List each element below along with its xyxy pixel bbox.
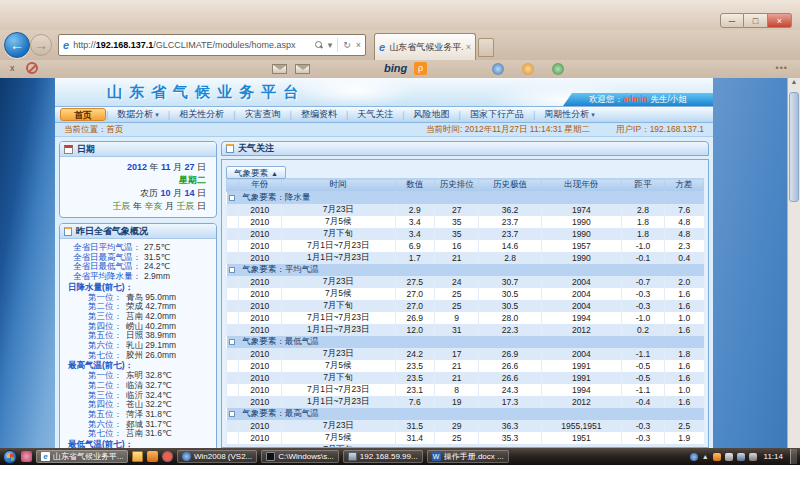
window-close-button[interactable]: × — [768, 13, 792, 28]
bing-search-icon[interactable]: ρ — [414, 62, 427, 75]
table-row[interactable]: 20107月下旬3.43523.719901.84.8 — [227, 228, 704, 240]
toolbar-icon-3[interactable] — [552, 63, 564, 75]
checkbox-icon[interactable] — [229, 195, 235, 201]
window-maximize-button[interactable]: □ — [744, 13, 768, 28]
back-button[interactable]: ← — [4, 32, 30, 58]
checkbox-icon[interactable] — [229, 339, 235, 345]
tray-expand-icon[interactable]: ▲ — [702, 453, 709, 460]
address-bar-icons: ▾ ↻ × — [315, 38, 361, 52]
taskbar-window-0[interactable]: Win2008 (VS2... — [177, 450, 257, 463]
menu-item-0[interactable]: 首页 — [60, 108, 106, 121]
system-tray: ▲ 11:14 — [690, 449, 797, 464]
taskbar-window-3[interactable]: W操作手册.docx ... — [427, 450, 509, 463]
table-row[interactable]: 20107月23日31.52936.31955,1951-0.32.5 — [227, 420, 704, 432]
divider — [337, 38, 338, 52]
stop-icon[interactable]: × — [356, 40, 361, 50]
folder-icon[interactable] — [132, 451, 143, 462]
taskbar-ie-button[interactable]: e 山东省气候业务平... — [36, 450, 128, 463]
toolbar-close-icon[interactable]: x — [10, 63, 15, 73]
taskbar-window-1[interactable]: C:\Windows\s... — [261, 450, 339, 463]
tray-icon-orange[interactable] — [713, 453, 721, 461]
menu-item-8[interactable]: 周期性分析▾ — [535, 108, 604, 121]
page-content: 山东省气候业务平台 欢迎您：admin 先生/小姐 首页|数据分析▾|相关性分析… — [55, 78, 713, 448]
weather-table: 年份时间数值历史排位历史极值出现年份距平方差 气象要素：降水量20107月23日… — [226, 178, 704, 448]
forward-button[interactable]: → — [30, 34, 52, 56]
menu-item-4[interactable]: 整编资料 — [292, 108, 346, 121]
rank-item: 第七位：胶州 26.0mm — [60, 351, 214, 361]
menu-item-2[interactable]: 相关性分析 — [170, 108, 233, 121]
bing-logo[interactable]: bing — [384, 62, 407, 74]
table-row[interactable]: 20107月下旬23.52126.61991-0.51.6 — [227, 372, 704, 384]
tray-icon-network[interactable] — [737, 453, 745, 461]
breadcrumb: 当前位置：首页 — [64, 123, 124, 136]
table-row[interactable]: 20101月1日~7月23日1.7212.81990-0.10.4 — [227, 252, 704, 264]
column-header-5: 出现年份 — [541, 179, 621, 192]
table-row[interactable]: 20107月5候31.42535.31951-0.31.9 — [227, 432, 704, 444]
toolbar-overflow-icon[interactable]: ••• — [776, 63, 788, 73]
quicklaunch-icon-3[interactable] — [162, 451, 173, 462]
taskbar-clock[interactable]: 11:14 — [761, 452, 786, 461]
element-filter-button[interactable]: 气象要素▲ — [226, 166, 286, 179]
menu-item-3[interactable]: 灾害查询 — [236, 108, 290, 121]
tray-icon-volume[interactable] — [749, 453, 757, 461]
quicklaunch-icon-2[interactable] — [147, 451, 158, 462]
table-row[interactable]: 20107月5候23.52126.61991-0.51.6 — [227, 360, 704, 372]
table-row[interactable]: 20107月5候3.43523.719901.84.8 — [227, 216, 704, 228]
search-icon[interactable] — [315, 41, 323, 49]
tray-icon-flag[interactable] — [725, 453, 733, 461]
mail-icon[interactable] — [272, 64, 287, 74]
taskbar-window-2[interactable]: 192.168.59.99... — [343, 450, 423, 463]
table-group-row[interactable]: 气象要素：平均气温 — [227, 264, 704, 276]
browser-scrollbar[interactable]: ▲ — [787, 78, 800, 448]
menu-item-7[interactable]: 国家下行产品 — [461, 108, 533, 121]
table-row[interactable]: 20107月1日~7月23日26.9928.01994-1.01.0 — [227, 312, 704, 324]
search-dropdown-icon[interactable]: ▾ — [328, 40, 333, 50]
table-row[interactable]: 20107月1日~7月23日23.1824.31994-1.11.0 — [227, 384, 704, 396]
table-row[interactable]: 20107月下旬27.02530.52004-0.31.6 — [227, 300, 704, 312]
table-group-row[interactable]: 气象要素：最低气温 — [227, 336, 704, 348]
browser-tab[interactable]: e 山东省气候业务平... × — [374, 33, 476, 60]
main-panel-header: 天气关注 — [221, 141, 709, 156]
window-controls: ─ □ × — [720, 13, 792, 28]
address-bar[interactable]: e http://192.168.137.1/GLCCLIMATE/module… — [58, 34, 366, 56]
calendar-panel-title: 日期 — [77, 143, 95, 156]
menu-item-6[interactable]: 风险地图 — [405, 108, 459, 121]
show-desktop-button[interactable] — [790, 449, 797, 464]
refresh-icon[interactable]: ↻ — [343, 40, 351, 50]
page-background: 山东省气候业务平台 欢迎您：admin 先生/小姐 首页|数据分析▾|相关性分析… — [0, 78, 800, 448]
checkbox-icon[interactable] — [229, 411, 235, 417]
calendar-icon — [64, 145, 73, 154]
table-group-row[interactable]: 气象要素：降水量 — [227, 192, 704, 205]
table-toolbar: 气象要素▲ — [222, 160, 708, 178]
column-header-4: 历史极值 — [479, 179, 541, 192]
table-row[interactable]: 20107月23日24.21726.92004-1.11.8 — [227, 348, 704, 360]
table-row[interactable]: 20107月23日2.92736.219742.87.6 — [227, 204, 704, 216]
menu-item-1[interactable]: 数据分析▾ — [108, 108, 168, 121]
tab-favicon-icon: e — [379, 41, 385, 53]
table-row[interactable]: 20107月5候27.02530.52004-0.31.6 — [227, 288, 704, 300]
quicklaunch-icon-1[interactable] — [21, 451, 32, 462]
checkbox-icon[interactable] — [229, 267, 235, 273]
weather-panel-title: 昨日全省气象概况 — [76, 225, 148, 238]
new-tab-button[interactable] — [478, 38, 494, 57]
toolbar-icon-2[interactable] — [522, 63, 534, 75]
tray-icon-blue[interactable] — [690, 453, 698, 461]
table-row[interactable]: 20101月1日~7月23日12.03122.320120.21.6 — [227, 324, 704, 336]
menu-item-5[interactable]: 天气关注 — [348, 108, 402, 121]
calendar-line: 农历 10 月 14 日 — [64, 187, 206, 200]
table-row[interactable]: 20101月1日~7月23日7.61917.32012-0.41.6 — [227, 396, 704, 408]
chevron-down-icon: ▾ — [591, 111, 595, 118]
table-group-row[interactable]: 气象要素：最高气温 — [227, 408, 704, 420]
mail2-icon[interactable] — [295, 64, 310, 74]
table-row[interactable]: 20107月1日~7月23日6.91614.61957-1.02.3 — [227, 240, 704, 252]
scrollbar-thumb[interactable] — [789, 92, 799, 202]
table-row[interactable]: 20107月23日27.52430.72004-0.72.0 — [227, 276, 704, 288]
ie-icon: e — [41, 452, 50, 461]
window-minimize-button[interactable]: ─ — [720, 13, 744, 28]
tab-close-icon[interactable]: × — [463, 42, 471, 52]
weather-stat: 全省平均降水量：2.9mm — [60, 272, 214, 282]
status-bar: 当前位置：首页 当前时间: 2012年11月27日 11:14:31 星期二 用… — [55, 123, 713, 137]
current-time: 当前时间: 2012年11月27日 11:14:31 星期二 — [426, 123, 590, 136]
start-button[interactable] — [3, 450, 17, 464]
toolbar-icon-1[interactable] — [492, 63, 504, 75]
